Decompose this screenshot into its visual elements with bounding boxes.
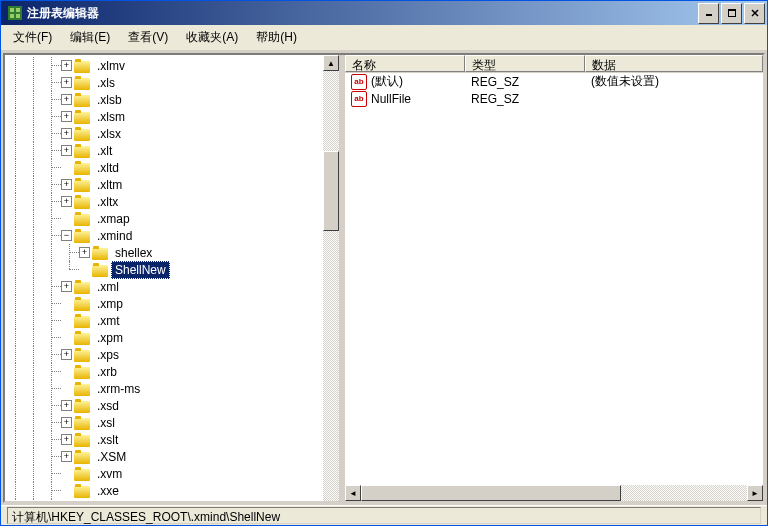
tree-item[interactable]: +.xps: [7, 346, 323, 363]
tree-item[interactable]: −.xmind: [7, 227, 323, 244]
tree-item[interactable]: +.xml: [7, 278, 323, 295]
scroll-v-thumb[interactable]: [323, 151, 339, 231]
tree-item-label[interactable]: .xmp: [93, 295, 127, 313]
titlebar[interactable]: 注册表编辑器: [1, 1, 767, 25]
tree-item-label[interactable]: .xsl: [93, 414, 119, 432]
tree-item[interactable]: .xmap: [7, 210, 323, 227]
tree-item[interactable]: .xpm: [7, 329, 323, 346]
folder-icon: [74, 484, 90, 498]
tree-item[interactable]: +.xls: [7, 74, 323, 91]
tree-item-label[interactable]: .xz: [93, 499, 116, 504]
menu-edit[interactable]: 编辑(E): [62, 27, 118, 48]
tree-item-label[interactable]: .xml: [93, 278, 123, 296]
expand-icon[interactable]: +: [61, 145, 72, 156]
column-type[interactable]: 类型: [465, 55, 585, 72]
menu-favorites[interactable]: 收藏夹(A): [178, 27, 246, 48]
tree-item-label[interactable]: .xltx: [93, 193, 122, 211]
tree-item-label[interactable]: .xlsx: [93, 125, 125, 143]
tree-v-scrollbar[interactable]: ▲ ▼: [323, 55, 339, 503]
expand-icon[interactable]: +: [61, 128, 72, 139]
tree-item[interactable]: +.XSM: [7, 448, 323, 465]
tree-item-label[interactable]: .xrb: [93, 363, 121, 381]
close-button[interactable]: [744, 3, 765, 24]
tree-item-label[interactable]: .xmap: [93, 210, 134, 228]
tree-item-label[interactable]: .xsd: [93, 397, 123, 415]
expand-icon[interactable]: +: [61, 111, 72, 122]
tree-item[interactable]: +.xslt: [7, 431, 323, 448]
scroll-down-button[interactable]: ▼: [323, 502, 339, 503]
tree-item[interactable]: +.xlmv: [7, 57, 323, 74]
expand-icon[interactable]: +: [61, 451, 72, 462]
tree-item[interactable]: +shellex: [7, 244, 323, 261]
tree-item[interactable]: +.xlsx: [7, 125, 323, 142]
tree-item[interactable]: .xltd: [7, 159, 323, 176]
menu-file[interactable]: 文件(F): [5, 27, 60, 48]
tree-item[interactable]: .xrm-ms: [7, 380, 323, 397]
list-scroll-left-button[interactable]: ◄: [345, 485, 361, 501]
expand-icon[interactable]: +: [61, 281, 72, 292]
tree-item-label[interactable]: .xltm: [93, 176, 126, 194]
minimize-button[interactable]: [698, 3, 719, 24]
menu-help[interactable]: 帮助(H): [248, 27, 305, 48]
tree-item[interactable]: ShellNew: [7, 261, 323, 278]
list-scroll-right-button[interactable]: ►: [747, 485, 763, 501]
scroll-up-button[interactable]: ▲: [323, 55, 339, 71]
tree-item-label[interactable]: .xls: [93, 74, 119, 92]
svg-rect-3: [10, 14, 14, 18]
tree-item[interactable]: +.xlsb: [7, 91, 323, 108]
expand-icon[interactable]: +: [61, 434, 72, 445]
tree-item-label[interactable]: .xlmv: [93, 57, 129, 75]
tree-item-label[interactable]: .xvm: [93, 465, 126, 483]
expand-icon[interactable]: +: [61, 502, 72, 503]
menu-view[interactable]: 查看(V): [120, 27, 176, 48]
expand-icon[interactable]: +: [61, 179, 72, 190]
tree-item[interactable]: +.xltm: [7, 176, 323, 193]
values-list[interactable]: (默认)REG_SZ(数值未设置)NullFileREG_SZ: [345, 73, 763, 485]
tree-item-label[interactable]: .xlsb: [93, 91, 126, 109]
tree-item[interactable]: .xmt: [7, 312, 323, 329]
tree-item[interactable]: +.xz: [7, 499, 323, 503]
tree-item[interactable]: +.xsl: [7, 414, 323, 431]
scroll-v-track[interactable]: [323, 71, 339, 502]
tree-item-label[interactable]: .xxe: [93, 482, 123, 500]
expand-icon[interactable]: +: [61, 60, 72, 71]
tree-item-label[interactable]: .xpm: [93, 329, 127, 347]
expand-icon[interactable]: +: [61, 349, 72, 360]
tree-item[interactable]: .xvm: [7, 465, 323, 482]
expand-icon[interactable]: +: [61, 400, 72, 411]
expand-icon[interactable]: +: [61, 417, 72, 428]
tree-item-label[interactable]: .XSM: [93, 448, 130, 466]
tree-item[interactable]: .xmp: [7, 295, 323, 312]
tree-item[interactable]: +.xltx: [7, 193, 323, 210]
collapse-icon[interactable]: −: [61, 230, 72, 241]
tree-item[interactable]: +.xlt: [7, 142, 323, 159]
expand-icon[interactable]: +: [61, 196, 72, 207]
expand-icon[interactable]: +: [61, 77, 72, 88]
maximize-button[interactable]: [721, 3, 742, 24]
folder-icon: [74, 365, 90, 379]
tree-item-label[interactable]: .xmind: [93, 227, 136, 245]
tree-item-label[interactable]: .xslt: [93, 431, 122, 449]
list-scroll-h-track[interactable]: [361, 485, 747, 501]
registry-tree[interactable]: +.xlmv+.xls+.xlsb+.xlsm+.xlsx+.xlt.xltd+…: [5, 55, 323, 503]
tree-item[interactable]: +.xsd: [7, 397, 323, 414]
tree-item[interactable]: .xrb: [7, 363, 323, 380]
tree-item-label[interactable]: .xmt: [93, 312, 124, 330]
list-row[interactable]: (默认)REG_SZ(数值未设置): [345, 73, 763, 90]
expand-icon[interactable]: +: [61, 94, 72, 105]
tree-item-label[interactable]: .xlsm: [93, 108, 129, 126]
list-scroll-h-thumb[interactable]: [361, 485, 621, 501]
tree-item-label[interactable]: .xlt: [93, 142, 116, 160]
list-row[interactable]: NullFileREG_SZ: [345, 90, 763, 107]
tree-item-label[interactable]: .xrm-ms: [93, 380, 144, 398]
tree-item-label[interactable]: shellex: [111, 244, 156, 262]
column-data[interactable]: 数据: [585, 55, 763, 72]
expand-icon[interactable]: +: [79, 247, 90, 258]
tree-item[interactable]: .xxe: [7, 482, 323, 499]
tree-item-label[interactable]: .xltd: [93, 159, 123, 177]
tree-item-label[interactable]: .xps: [93, 346, 123, 364]
list-h-scrollbar[interactable]: ◄ ►: [345, 485, 763, 501]
column-name[interactable]: 名称: [345, 55, 465, 72]
tree-item[interactable]: +.xlsm: [7, 108, 323, 125]
tree-item-label[interactable]: ShellNew: [111, 261, 170, 279]
